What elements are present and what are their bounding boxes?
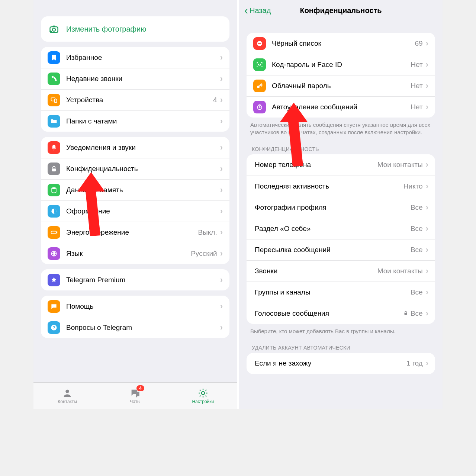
chevron-icon: ›: [426, 181, 428, 191]
label: Номер телефона: [255, 161, 377, 169]
chevron-icon: ›: [220, 185, 223, 195]
svg-point-5: [52, 187, 56, 189]
group-delete: Если я не захожу 1 год ›: [247, 353, 435, 374]
group-security: Чёрный список 69 › Код-пароль и Face ID …: [247, 33, 435, 118]
tab-contacts[interactable]: Контакты: [33, 383, 101, 409]
row-faq[interactable]: ? Вопросы о Telegram ›: [41, 317, 229, 338]
back-label: Назад: [250, 6, 271, 15]
row-privacy[interactable]: Конфиденциальность ›: [41, 158, 229, 179]
value: Все: [411, 203, 423, 212]
value: Выкл.: [198, 228, 217, 237]
value: Русский: [191, 250, 217, 258]
value: Мои контакты: [377, 267, 423, 275]
chevron-icon: ›: [220, 95, 223, 105]
row-help[interactable]: Помощь ›: [41, 296, 229, 317]
row-cloud-password[interactable]: Облачный пароль Нет ›: [247, 75, 435, 96]
chevron-icon: ›: [426, 160, 428, 170]
row-forward[interactable]: Пересылка сообщений Все ›: [247, 239, 435, 260]
chevron-icon: ›: [426, 81, 428, 91]
chevron-icon: ›: [426, 266, 428, 276]
value: Все: [411, 246, 423, 254]
chevron-icon: ›: [220, 302, 223, 311]
row-premium[interactable]: Telegram Premium ›: [41, 269, 229, 290]
label: Автоудаление сообщений: [272, 103, 411, 111]
bookmark-icon: [48, 51, 60, 64]
label: Оформление: [66, 207, 220, 215]
label: Помощь: [66, 302, 220, 311]
section-header-delete: УДАЛИТЬ АККАУНТ АВТОМАТИЧЕСКИ: [252, 345, 430, 351]
section-footer: Выберите, кто может добавлять Вас в груп…: [250, 328, 431, 335]
row-favorites[interactable]: Избранное ›: [41, 47, 229, 68]
group-privacy: Номер телефона Мои контакты › Последняя …: [247, 154, 435, 324]
row-about[interactable]: Раздел «О себе» Все ›: [247, 218, 435, 239]
svg-text:?: ?: [53, 325, 55, 330]
svg-point-1: [52, 28, 55, 31]
key-icon: [253, 80, 266, 92]
chevron-icon: ›: [426, 39, 428, 48]
row-blocklist[interactable]: Чёрный список 69 ›: [247, 33, 435, 54]
chevron-icon: ›: [426, 358, 428, 368]
row-folders[interactable]: Папки с чатами ›: [41, 110, 229, 132]
row-devices[interactable]: Устройства 4 ›: [41, 89, 229, 110]
privacy-screen: ‹ Назад Конфиденциальность Чёрный список…: [239, 0, 443, 409]
timer-icon: [253, 101, 266, 113]
bell-icon: [48, 141, 60, 154]
change-photo-row[interactable]: Изменить фотографию: [41, 16, 229, 42]
row-language[interactable]: Язык Русский ›: [41, 243, 229, 264]
group-help: Помощь › ? Вопросы о Telegram ›: [41, 296, 229, 338]
svg-rect-3: [55, 99, 57, 103]
chevron-icon: ›: [220, 228, 223, 237]
svg-point-12: [65, 389, 69, 393]
row-notifications[interactable]: Уведомления и звуки ›: [41, 137, 229, 158]
tab-label: Контакты: [58, 399, 77, 404]
row-data[interactable]: Данные и память ›: [41, 179, 229, 200]
label: Конфиденциальность: [66, 165, 220, 173]
row-calls[interactable]: Звонки Мои контакты ›: [247, 260, 435, 282]
label: Последняя активность: [255, 182, 403, 190]
label: Вопросы о Telegram: [66, 324, 220, 332]
tab-bar: Контакты 4 Чаты Настройки: [33, 382, 237, 409]
label: Если я не захожу: [255, 359, 406, 367]
row-phone[interactable]: Номер телефона Мои контакты ›: [247, 154, 435, 176]
label: Данные и память: [66, 186, 220, 194]
folder-icon: [48, 115, 60, 128]
label: Энергосбережение: [66, 228, 198, 237]
row-passcode[interactable]: Код-пароль и Face ID Нет ›: [247, 54, 435, 75]
row-away[interactable]: Если я не захожу 1 год ›: [247, 353, 435, 374]
tab-settings[interactable]: Настройки: [169, 383, 237, 409]
value: Все: [411, 225, 423, 233]
label: Чёрный список: [272, 39, 415, 48]
chevron-icon: ›: [426, 287, 428, 297]
svg-rect-4: [52, 168, 56, 171]
tab-chats[interactable]: 4 Чаты: [101, 383, 169, 409]
chevron-icon: ›: [220, 164, 223, 174]
section-header-privacy: КОНФИДЕНЦИАЛЬНОСТЬ: [252, 146, 430, 152]
chevron-icon: ›: [220, 116, 223, 126]
chevron-icon: ›: [220, 143, 223, 152]
row-photos[interactable]: Фотографии профиля Все ›: [247, 197, 435, 218]
tab-label: Чаты: [130, 399, 141, 404]
chevron-icon: ›: [220, 206, 223, 216]
faceid-icon: [253, 58, 266, 71]
chevron-icon: ›: [220, 323, 223, 332]
chats-badge: 4: [136, 385, 144, 391]
svg-point-18: [260, 64, 261, 65]
settings-screen: Изменить фотографию Избранное › Недавние…: [33, 0, 239, 409]
value: Нет: [411, 82, 422, 90]
row-calls[interactable]: Недавние звонки ›: [41, 68, 229, 89]
group-main: Избранное › Недавние звонки › Устройства…: [41, 47, 229, 132]
row-voice[interactable]: Голосовые сообщения Все ›: [247, 303, 435, 324]
back-button[interactable]: ‹ Назад: [244, 6, 271, 15]
row-auto-delete[interactable]: Автоудаление сообщений Нет ›: [247, 96, 435, 118]
row-lastseen[interactable]: Последняя активность Никто ›: [247, 176, 435, 197]
row-groups[interactable]: Группы и каналы Все ›: [247, 282, 435, 303]
svg-point-13: [202, 391, 205, 394]
nav-header: ‹ Назад Конфиденциальность: [239, 0, 443, 21]
change-photo-label: Изменить фотографию: [66, 25, 223, 33]
value: Нет: [411, 103, 422, 111]
row-power[interactable]: Энергосбережение Выкл. ›: [41, 222, 229, 243]
row-appearance[interactable]: Оформление ›: [41, 200, 229, 222]
label: Папки с чатами: [66, 117, 220, 125]
svg-rect-8: [57, 232, 57, 233]
label: Код-пароль и Face ID: [272, 61, 411, 69]
